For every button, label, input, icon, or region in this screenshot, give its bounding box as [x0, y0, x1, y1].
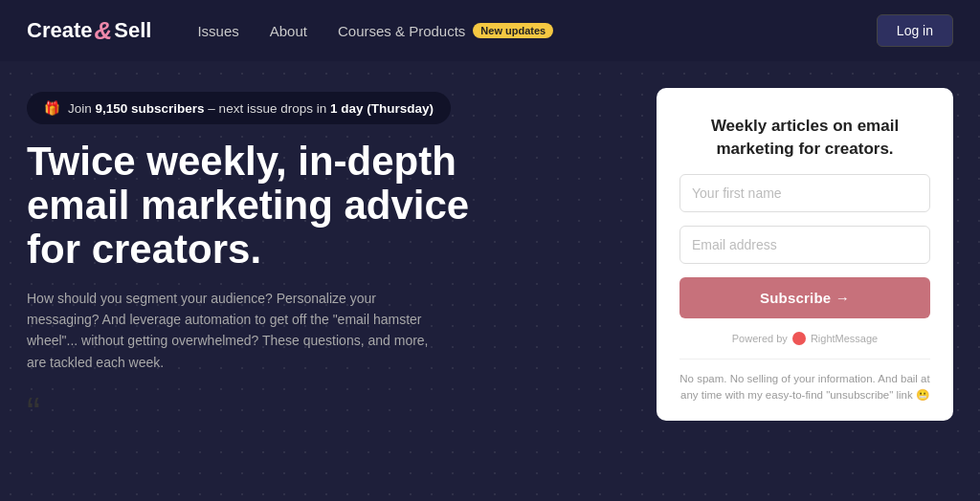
nav-about-link[interactable]: About: [270, 23, 307, 39]
nav-links: Issues About Courses & Products New upda…: [197, 23, 876, 39]
email-input[interactable]: [679, 226, 930, 264]
subscribe-button[interactable]: Subscribe →: [679, 277, 930, 318]
banner-emoji: 🎁: [44, 100, 60, 116]
form-footer-note: No spam. No selling of your information.…: [679, 359, 930, 404]
logo-create: Create: [27, 18, 92, 43]
subscriber-banner: 🎁 Join 9,150 subscribers – next issue dr…: [27, 92, 451, 124]
subscribers-count: 9,150 subscribers: [96, 101, 205, 116]
powered-by-brand: RightMessage: [811, 333, 878, 344]
right-column: Weekly articles on email marketing for c…: [657, 88, 953, 501]
drop-time: 1 day (Thursday): [330, 101, 434, 116]
hero-subtitle: How should you segment your audience? Pe…: [27, 288, 429, 374]
banner-text: Join 9,150 subscribers – next issue drop…: [68, 101, 434, 116]
main-content: 🎁 Join 9,150 subscribers – next issue dr…: [0, 61, 980, 501]
logo-ampersand: &: [94, 16, 112, 46]
new-updates-badge: New updates: [473, 23, 553, 38]
quote-icon: “: [27, 392, 626, 432]
powered-by: Powered by RightMessage: [679, 332, 930, 345]
hero-title: Twice weekly, in-depth email marketing a…: [27, 140, 486, 272]
signup-form-card: Weekly articles on email marketing for c…: [657, 88, 953, 421]
nav-courses-products[interactable]: Courses & Products New updates: [338, 23, 553, 39]
left-column: 🎁 Join 9,150 subscribers – next issue dr…: [27, 88, 626, 501]
logo-sell: Sell: [114, 18, 151, 43]
powered-by-label: Powered by: [732, 333, 788, 344]
rightmessage-logo-icon: [792, 332, 806, 345]
nav-courses-link[interactable]: Courses & Products: [338, 23, 465, 39]
form-card-title: Weekly articles on email marketing for c…: [679, 115, 930, 161]
first-name-input[interactable]: [679, 174, 930, 212]
login-button[interactable]: Log in: [877, 14, 953, 47]
logo[interactable]: Create&Sell: [27, 16, 151, 46]
nav-issues-link[interactable]: Issues: [197, 23, 238, 39]
navbar: Create&Sell Issues About Courses & Produ…: [0, 0, 980, 61]
